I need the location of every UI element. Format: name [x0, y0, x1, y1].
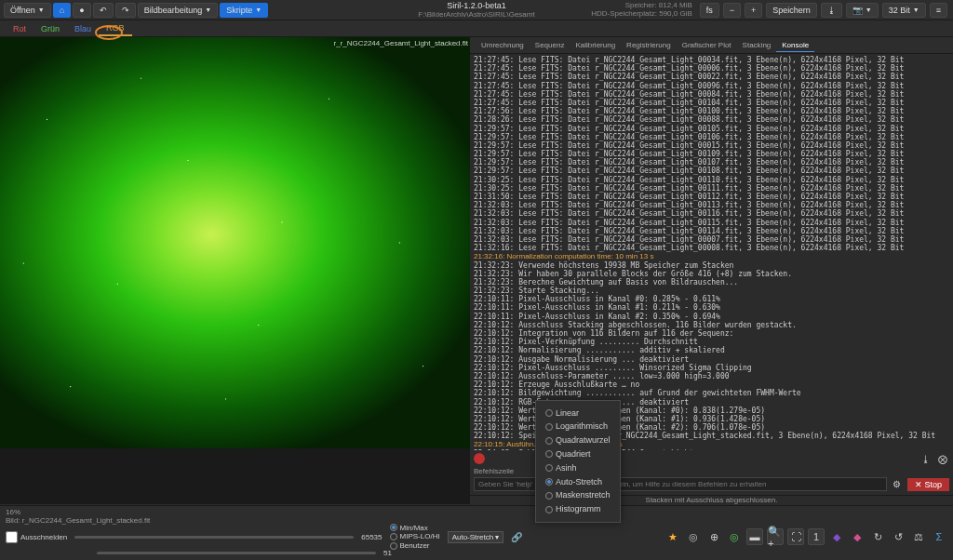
stretch-option-logarithmisch[interactable]: Logarithmisch: [545, 420, 611, 433]
rtab-kalibrierung[interactable]: Kalibrierung: [570, 39, 621, 51]
menu-button[interactable]: ≡: [930, 3, 947, 18]
minus-button[interactable]: −: [723, 3, 741, 18]
tab-red[interactable]: Rot: [6, 22, 34, 35]
rotate-cw-icon[interactable]: ↻: [869, 528, 886, 545]
image-filename-label: r_r_NGC2244_Gesamt_Light_stacked.fit: [333, 39, 468, 47]
mirror-h-icon[interactable]: ◆: [828, 528, 845, 545]
star-icon[interactable]: ★: [664, 528, 681, 545]
rtab-konsole[interactable]: Konsole: [776, 39, 814, 52]
memory-indicator: Speicher: 812,4 MiB HDD-Speicherplatz: 5…: [591, 2, 692, 19]
color-target-icon[interactable]: ◎: [685, 528, 702, 545]
bottom-bar: 16% Bild: r_NGC2244_Gesamt_Light_stacked…: [0, 505, 953, 560]
hi-value: 65535: [361, 533, 382, 541]
stop-button[interactable]: ✕ Stop: [907, 478, 949, 491]
scripts-menu[interactable]: Skripte▼: [220, 3, 268, 18]
stretch-option-maskenstretch[interactable]: Maskenstretch: [545, 488, 611, 502]
image-preview-panel: r_r_NGC2244_Gesamt_Light_stacked.fit: [0, 37, 470, 504]
negative-icon[interactable]: ▬: [746, 528, 763, 545]
balance-icon[interactable]: ⚖: [910, 528, 927, 545]
rtab-sequenz[interactable]: Sequenz: [530, 39, 570, 51]
redo-button[interactable]: ↷: [115, 3, 136, 18]
stretch-option-asinh[interactable]: Asinh: [545, 461, 611, 475]
tab-green[interactable]: Grün: [34, 22, 67, 35]
stretch-option-linear[interactable]: Linear: [545, 407, 611, 420]
open-button[interactable]: Öffnen▼: [4, 3, 51, 18]
top-toolbar: Öffnen▼ ⌂ ● ↶ ↷ Bildbearbeitung▼ Skripte…: [0, 0, 953, 20]
stretch-option-quadratwurzel[interactable]: Quadratwurzel: [545, 433, 611, 447]
rtab-stacking[interactable]: Stacking: [737, 39, 777, 51]
radio-user[interactable]: Benutzer: [390, 541, 440, 551]
undo-button[interactable]: ↶: [93, 3, 114, 18]
image-processing-menu[interactable]: Bildbearbeitung▼: [138, 3, 219, 18]
zoom-label: 16%: [6, 508, 20, 516]
stretch-mode-select[interactable]: Auto-Stretch ▾: [448, 531, 504, 543]
save-button[interactable]: Speichern: [766, 3, 817, 18]
right-tabs: UmrechnungSequenzKalibrierungRegistrieru…: [470, 37, 953, 54]
hi-slider[interactable]: [74, 536, 354, 539]
zoom-fit-icon[interactable]: ⛶: [787, 528, 804, 545]
stretch-option-histogramm[interactable]: Histogramm: [545, 502, 611, 516]
color-tabs: Rot Grün Blau RGB: [0, 20, 953, 37]
plus-button[interactable]: +: [745, 3, 762, 18]
download-button[interactable]: ⭳: [821, 3, 842, 18]
radio-minmax[interactable]: Min/Max: [390, 524, 440, 533]
crop-checkbox[interactable]: Ausschneiden: [6, 531, 67, 543]
rtab-umrechnung[interactable]: Umrechnung: [476, 39, 530, 51]
export-icon[interactable]: ⭳: [919, 452, 933, 465]
fs-button[interactable]: fs: [700, 3, 719, 18]
target-icon[interactable]: ◎: [726, 528, 743, 545]
stretch-option-quadriert[interactable]: Quadriert: [545, 447, 611, 461]
command-settings-icon[interactable]: ⚙: [891, 478, 904, 491]
record-indicator-icon: [474, 453, 485, 464]
lo-slider[interactable]: [97, 552, 376, 554]
stats-icon[interactable]: Σ: [931, 528, 947, 545]
zoom-one-icon[interactable]: 1: [808, 528, 825, 545]
tab-blue[interactable]: Blau: [67, 22, 99, 35]
home-button[interactable]: ⌂: [53, 3, 71, 18]
tab-rgb[interactable]: RGB: [99, 21, 132, 36]
rtab-registrierung[interactable]: Registrierung: [621, 39, 677, 51]
stretch-option-auto-stretch[interactable]: Auto-Stretch: [545, 475, 611, 489]
globe-icon[interactable]: ⊕: [705, 528, 722, 545]
stretch-mode-menu: LinearLogarithmischQuadratwurzelQuadrier…: [535, 400, 621, 523]
bit-depth-menu[interactable]: 32 Bit▼: [882, 3, 926, 18]
mirror-v-icon[interactable]: ◆: [849, 528, 866, 545]
livestack-button[interactable]: ●: [73, 3, 90, 18]
zoom-in-icon[interactable]: 🔍+: [767, 528, 784, 545]
bottom-icon-strip: ★ ◎ ⊕ ◎ ▬ 🔍+ ⛶ 1 ◆ ◆ ↻ ↺ ⚖ Σ: [664, 528, 947, 545]
clear-console-icon[interactable]: ⨂: [936, 452, 949, 465]
rotate-ccw-icon[interactable]: ↺: [890, 528, 906, 545]
console-output[interactable]: 21:27:45: Lese FITS: Datei r_NGC2244_Ges…: [470, 54, 953, 450]
snapshot-button[interactable]: 📷▼: [846, 3, 879, 18]
radio-mips[interactable]: MIPS-LO/HI: [390, 532, 440, 541]
loaded-filename: Bild: r_NGC2244_Gesamt_Light_stacked.fit: [6, 516, 150, 525]
image-preview[interactable]: [0, 37, 470, 448]
range-radio-group: Min/Max MIPS-LO/HI Benutzer: [390, 524, 440, 551]
window-title: Siril-1.2.0-beta1 F:\BilderArchiv\Astro\…: [418, 1, 534, 19]
lo-value: 51: [383, 549, 392, 557]
chain-icon[interactable]: 🔗: [511, 532, 522, 542]
rtab-grafischer-plot[interactable]: Grafischer Plot: [677, 39, 737, 51]
